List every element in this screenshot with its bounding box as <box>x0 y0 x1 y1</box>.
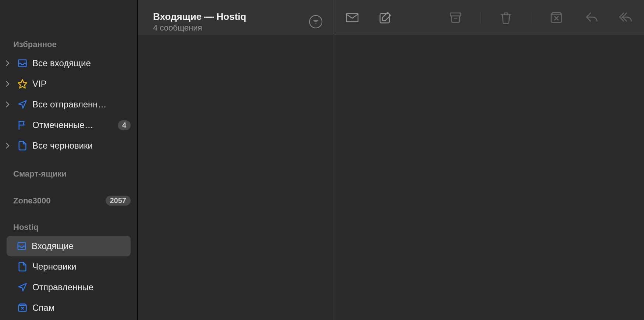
document-icon <box>17 262 28 272</box>
mailbox-title: Входящие — Hostiq <box>153 11 246 22</box>
badge-flagged-count: 4 <box>118 120 131 130</box>
chevron-right-icon[interactable] <box>3 60 13 66</box>
sidebar-item-label: Спам <box>32 303 131 313</box>
account-hostiq-header: Hostiq <box>0 220 137 236</box>
sidebar-item-label: Все отправленн… <box>32 99 131 110</box>
sidebar-item-flagged[interactable]: Отмеченные… 4 <box>0 115 137 135</box>
sidebar: Избранное Все входящие VIP <box>0 0 137 320</box>
junk-icon <box>17 303 28 313</box>
get-mail-button[interactable] <box>344 10 360 26</box>
reply-button[interactable] <box>584 10 600 26</box>
sidebar-item-hostiq-drafts[interactable]: Черновики <box>0 256 137 277</box>
paperplane-icon <box>17 99 28 110</box>
compose-button[interactable] <box>377 10 393 26</box>
sidebar-item-label: Все входящие <box>32 58 131 68</box>
document-icon <box>17 141 28 151</box>
sidebar-item-all-inboxes[interactable]: Все входящие <box>0 53 137 74</box>
detail-pane <box>333 0 644 320</box>
mailbox-count: 4 сообщения <box>153 23 246 33</box>
archive-button[interactable] <box>447 10 464 26</box>
favorites-header: Избранное <box>0 37 137 53</box>
inbox-icon <box>16 241 27 251</box>
toolbar <box>333 0 644 35</box>
delete-button[interactable] <box>498 10 514 26</box>
paperplane-icon <box>17 282 28 292</box>
junk-button[interactable] <box>548 10 565 26</box>
message-viewer <box>333 35 644 320</box>
toolbar-divider <box>531 11 531 24</box>
sidebar-item-label: VIP <box>32 79 131 89</box>
star-icon <box>17 79 28 89</box>
chevron-right-icon[interactable] <box>3 102 13 107</box>
account-name: Zone3000 <box>13 196 51 206</box>
list-header: Входящие — Hostiq 4 сообщения <box>138 0 333 35</box>
badge-zone3000-count: 2057 <box>106 196 131 206</box>
message-list-pane: Входящие — Hostiq 4 сообщения <box>137 0 333 320</box>
chevron-right-icon[interactable] <box>3 81 13 87</box>
sidebar-item-label: Отмеченные… <box>32 120 113 130</box>
account-zone3000[interactable]: Zone3000 2057 <box>0 193 137 209</box>
sidebar-item-label: Отправленные <box>32 282 131 292</box>
svg-rect-7 <box>450 13 461 16</box>
sidebar-item-hostiq-sent[interactable]: Отправленные <box>0 277 137 298</box>
sidebar-item-label: Входящие <box>32 241 124 251</box>
sidebar-item-all-sent[interactable]: Все отправленн… <box>0 94 137 115</box>
chevron-right-icon[interactable] <box>3 143 13 149</box>
sidebar-item-label: Все черновики <box>32 141 131 151</box>
reply-all-button[interactable] <box>617 10 633 26</box>
svg-rect-5 <box>346 13 358 21</box>
flag-icon <box>17 120 28 130</box>
toolbar-divider <box>481 11 481 24</box>
message-list[interactable] <box>138 35 333 320</box>
sidebar-item-hostiq-inbox[interactable]: Входящие <box>7 236 131 256</box>
sidebar-item-vip[interactable]: VIP <box>0 74 137 94</box>
inbox-icon <box>17 58 28 68</box>
filter-button[interactable] <box>309 15 322 28</box>
svg-marker-0 <box>18 79 26 88</box>
sidebar-item-label: Черновики <box>32 262 131 272</box>
sidebar-item-hostiq-junk[interactable]: Спам <box>0 298 137 318</box>
sidebar-item-all-drafts[interactable]: Все черновики <box>0 135 137 156</box>
smart-mailboxes-header: Смарт-ящики <box>0 166 137 182</box>
